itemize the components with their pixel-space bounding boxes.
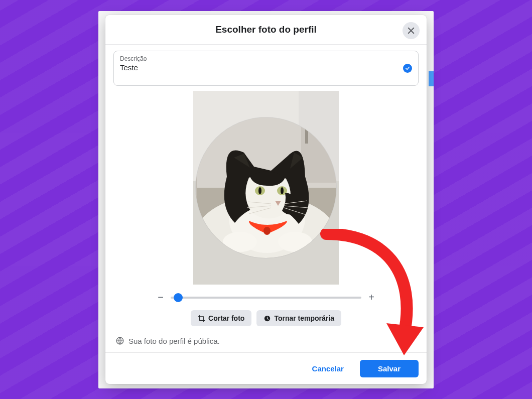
crop-photo-label: Cortar foto: [208, 314, 244, 322]
zoom-slider[interactable]: [171, 293, 361, 303]
close-icon: [407, 26, 416, 35]
zoom-out-icon[interactable]: −: [157, 292, 165, 303]
public-notice-text: Sua foto do perfil é pública.: [128, 337, 220, 345]
modal-title: Escolher foto do perfil: [215, 24, 317, 35]
photo-preview[interactable]: [193, 91, 339, 285]
underlying-page-accent: [429, 71, 434, 86]
description-input[interactable]: [120, 63, 396, 72]
zoom-slider-row: − +: [113, 285, 419, 307]
zoom-slider-thumb[interactable]: [174, 293, 183, 302]
close-button[interactable]: [403, 22, 420, 39]
zoom-in-icon[interactable]: +: [367, 292, 375, 303]
profile-photo-modal: Escolher foto do perfil Descrição: [105, 15, 427, 384]
photo-crop-circle: [196, 117, 336, 258]
make-temporary-label: Tornar temporária: [274, 314, 334, 322]
photo-tools-row: Cortar foto Tornar temporária: [113, 307, 419, 333]
public-notice: Sua foto do perfil é pública.: [113, 333, 419, 352]
check-icon: [405, 66, 410, 71]
cancel-button[interactable]: Cancelar: [300, 360, 356, 377]
photo-crop-content: [196, 117, 336, 258]
svg-point-17: [281, 187, 284, 194]
description-field[interactable]: Descrição: [113, 51, 419, 86]
clock-icon: [263, 315, 271, 322]
save-button[interactable]: Salvar: [360, 360, 419, 377]
modal-footer: Cancelar Salvar: [105, 352, 427, 384]
crop-icon: [198, 315, 205, 322]
modal-body: Descrição: [105, 45, 427, 352]
description-label: Descrição: [120, 55, 396, 62]
make-temporary-button[interactable]: Tornar temporária: [256, 310, 341, 326]
zoom-slider-track: [171, 297, 361, 299]
svg-point-18: [263, 227, 271, 235]
modal-header: Escolher foto do perfil: [105, 15, 427, 45]
crop-photo-button[interactable]: Cortar foto: [191, 310, 251, 326]
description-valid-badge: [403, 64, 412, 73]
svg-point-16: [258, 187, 261, 194]
globe-icon: [115, 336, 124, 345]
